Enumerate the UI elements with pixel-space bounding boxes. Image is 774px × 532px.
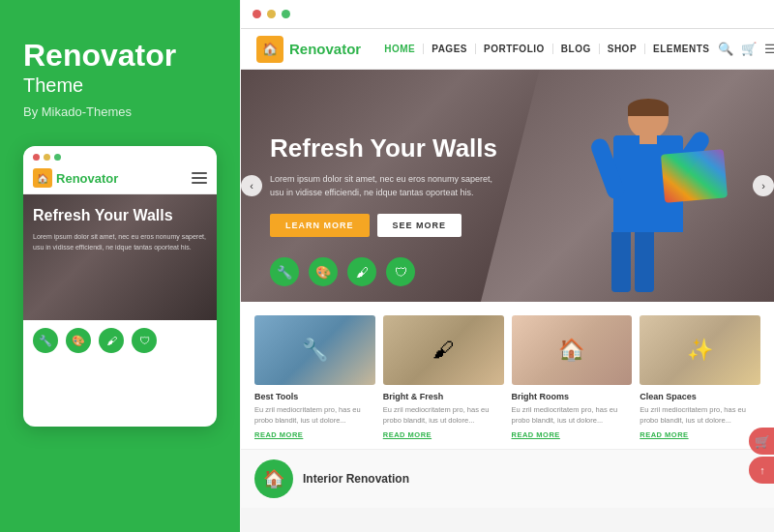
hero-text: Lorem ipsum dolor sit amet, nec eu eros …	[270, 172, 505, 200]
see-more-button[interactable]: SEE MORE	[377, 214, 462, 237]
desktop-logo-icon: 🏠	[256, 36, 283, 63]
mobile-shield-icon: 🛡	[132, 328, 157, 353]
bottom-section: 🏠 Interior Renovation	[241, 449, 774, 508]
brand-subtitle: Theme	[23, 74, 217, 97]
card-title-paint: Bright & Fresh	[383, 392, 504, 401]
desktop-mockup: 🏠 Renovator HOME PAGES PORTFOLIO BLOG SH…	[240, 0, 774, 532]
card-best-tools: 🔧 Best Tools Eu zril mediocritatem pro, …	[254, 315, 375, 439]
person-neck	[640, 133, 657, 144]
mobile-hat-icon: 🎨	[66, 328, 91, 353]
mobile-logo: 🏠 Renovator	[33, 168, 118, 188]
card-title-clean: Clean Spaces	[640, 392, 760, 401]
mobile-paint-icon: 🖌	[99, 328, 124, 353]
card-text-rooms: Eu zril mediocritatem pro, has eu probo …	[512, 405, 633, 426]
card-read-more-tools[interactable]: READ MORE	[254, 430, 375, 439]
menu-icon[interactable]: ☰	[764, 42, 774, 56]
hero-icons-row: 🔧 🎨 🖌 🛡	[270, 257, 415, 286]
mobile-logo-text: Renovator	[56, 171, 118, 186]
desktop-chrome	[241, 0, 774, 29]
desktop-nav-items: HOME PAGES PORTFOLIO BLOG SHOP ELEMENTS	[376, 44, 717, 54]
card-img-rooms: 🏠	[512, 315, 633, 385]
desktop-logo-text: Renovator	[289, 41, 361, 57]
hero-content: Refresh Your Walls Lorem ipsum dolor sit…	[241, 134, 534, 236]
card-img-tools: 🔧	[254, 315, 375, 385]
left-panel: Renovator Theme By Mikado-Themes 🏠 Renov…	[0, 0, 240, 532]
card-read-more-clean[interactable]: READ MORE	[640, 430, 760, 439]
person-leg-left	[611, 232, 631, 292]
mobile-mockup: 🏠 Renovator Refresh Your Walls Lorem ips…	[23, 146, 217, 427]
mobile-hero-title: Refresh Your Walls	[33, 206, 207, 224]
card-bright-rooms: 🏠 Bright Rooms Eu zril mediocritatem pro…	[512, 315, 633, 439]
brand-title: Renovator	[23, 39, 217, 73]
mobile-menu-icon[interactable]	[192, 172, 207, 184]
bottom-title: Interior Renovation	[303, 472, 409, 486]
nav-item-pages[interactable]: PAGES	[424, 44, 476, 54]
card-text-paint: Eu zril mediocritatem pro, has eu probo …	[383, 405, 504, 426]
chrome-dot-red	[253, 10, 261, 18]
chrome-dot-green	[282, 10, 290, 18]
mobile-wrench-icon: 🔧	[33, 328, 58, 353]
card-clean-spaces: ✨ Clean Spaces Eu zril mediocritatem pro…	[640, 315, 760, 439]
search-icon[interactable]: 🔍	[718, 42, 733, 56]
hero-shield-icon: 🛡	[386, 257, 415, 286]
mobile-dot-red	[33, 154, 40, 161]
desktop-nav: 🏠 Renovator HOME PAGES PORTFOLIO BLOG SH…	[241, 29, 774, 70]
floating-cart-icon[interactable]: 🛒	[749, 428, 774, 455]
card-title-rooms: Bright Rooms	[512, 392, 633, 401]
mobile-chrome-dots	[23, 146, 217, 164]
mobile-hero-text: Lorem ipsum dolor sit amet, nec eu eros …	[33, 232, 207, 252]
card-img-clean: ✨	[640, 315, 760, 385]
bottom-icon: 🏠	[254, 459, 293, 498]
cards-section: 🔧 Best Tools Eu zril mediocritatem pro, …	[241, 302, 774, 449]
chrome-dot-yellow	[267, 10, 276, 18]
nav-item-elements[interactable]: ELEMENTS	[645, 44, 717, 54]
card-title-tools: Best Tools	[254, 392, 375, 401]
cart-icon[interactable]: 🛒	[741, 42, 757, 56]
hero-title: Refresh Your Walls	[270, 134, 505, 163]
hero-arrow-left[interactable]: ‹	[241, 175, 262, 196]
mobile-dot-green	[54, 154, 61, 161]
card-read-more-rooms[interactable]: READ MORE	[512, 430, 633, 439]
mobile-nav: 🏠 Renovator	[23, 164, 217, 194]
card-bright-fresh: 🖌 Bright & Fresh Eu zril mediocritatem p…	[383, 315, 504, 439]
hero-hat-icon: 🎨	[309, 257, 338, 286]
hero-buttons: LEARN MORE SEE MORE	[270, 214, 505, 237]
hero-person	[551, 79, 745, 302]
nav-item-portfolio[interactable]: PORTFOLIO	[476, 44, 553, 54]
learn-more-button[interactable]: LEARN MORE	[270, 214, 370, 237]
card-read-more-paint[interactable]: READ MORE	[383, 430, 504, 439]
mobile-hero: Refresh Your Walls Lorem ipsum dolor sit…	[23, 194, 217, 320]
person-hair	[628, 99, 669, 116]
person-leg-right	[635, 232, 654, 292]
card-text-tools: Eu zril mediocritatem pro, has eu probo …	[254, 405, 375, 426]
brand-by: By Mikado-Themes	[23, 104, 217, 119]
nav-item-home[interactable]: HOME	[376, 44, 424, 54]
desktop-hero: ‹ Refresh Your Walls Lorem ipsum dolor s…	[241, 70, 774, 302]
mobile-icons-row: 🔧 🎨 🖌 🛡	[23, 320, 217, 361]
hero-wrench-icon: 🔧	[270, 257, 299, 286]
desktop-nav-icons: 🔍 🛒 ☰	[718, 42, 774, 56]
nav-item-blog[interactable]: BLOG	[553, 44, 600, 54]
hero-paint-icon: 🖌	[347, 257, 376, 286]
floating-arrow-icon[interactable]: ↑	[749, 457, 774, 484]
card-img-paint: 🖌	[383, 315, 504, 385]
mobile-logo-icon: 🏠	[33, 168, 52, 188]
mobile-dot-yellow	[44, 154, 50, 161]
mobile-logo-house-icon: 🏠	[37, 173, 48, 184]
nav-item-shop[interactable]: SHOP	[600, 44, 645, 54]
card-text-clean: Eu zril mediocritatem pro, has eu probo …	[640, 405, 760, 426]
hero-arrow-right[interactable]: ›	[753, 175, 774, 196]
desktop-logo: 🏠 Renovator	[256, 36, 361, 63]
color-swatches	[661, 149, 728, 202]
